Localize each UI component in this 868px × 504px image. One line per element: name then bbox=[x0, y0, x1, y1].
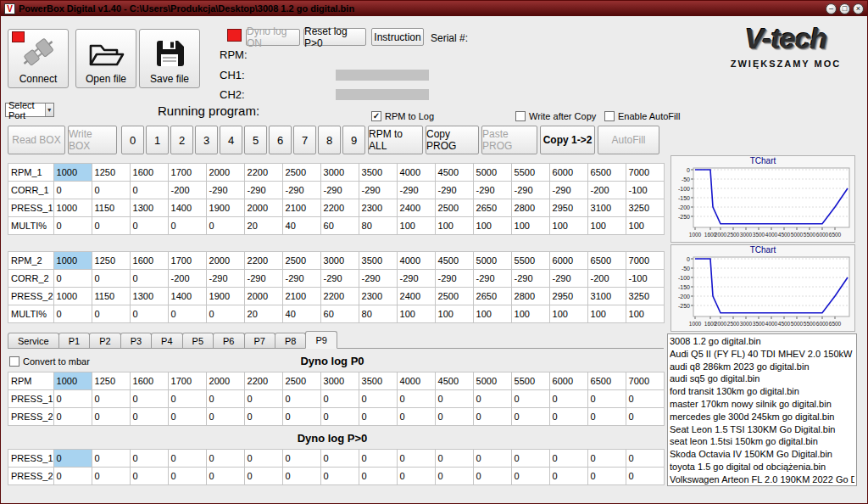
grid-cell[interactable]: 4500 bbox=[435, 372, 473, 390]
grid-cell[interactable]: 0 bbox=[549, 390, 587, 408]
grid-cell[interactable]: 4500 bbox=[435, 252, 473, 270]
grid-cell[interactable]: 2200 bbox=[244, 252, 282, 270]
grid-cell[interactable]: 0 bbox=[53, 408, 92, 426]
grid-cell[interactable]: 2000 bbox=[244, 288, 282, 305]
grid-cell[interactable]: 0 bbox=[53, 182, 92, 199]
grid-cell[interactable]: 100 bbox=[397, 305, 435, 323]
grid-cell[interactable]: 5500 bbox=[511, 252, 549, 270]
rpm-to-log-checkbox[interactable]: ✓ RPM to Log bbox=[371, 111, 434, 121]
tab-p7[interactable]: P7 bbox=[244, 333, 275, 348]
grid-cell[interactable]: 0 bbox=[282, 408, 320, 426]
grid-cell[interactable]: 0 bbox=[168, 217, 206, 235]
grid-cell[interactable]: 2800 bbox=[511, 288, 549, 305]
grid-cell[interactable]: 0 bbox=[473, 390, 511, 408]
grid-cell[interactable]: 0 bbox=[168, 450, 206, 468]
grid-cell[interactable]: 0 bbox=[473, 408, 511, 426]
grid-cell[interactable]: -290 bbox=[244, 270, 282, 288]
grid-cell[interactable]: -290 bbox=[397, 182, 435, 199]
grid-cell[interactable]: 0 bbox=[53, 468, 92, 485]
grid-cell[interactable]: 20 bbox=[244, 305, 282, 323]
tab-service[interactable]: Service bbox=[8, 333, 59, 348]
grid-cell[interactable]: -290 bbox=[549, 270, 587, 288]
grid-cell[interactable]: 5500 bbox=[511, 164, 549, 182]
grid-cell[interactable]: 0 bbox=[206, 305, 244, 323]
grid-cell[interactable]: 0 bbox=[130, 182, 168, 199]
tab-p6[interactable]: P6 bbox=[213, 333, 244, 348]
grid-cell[interactable]: 0 bbox=[92, 408, 130, 426]
grid-cell[interactable]: 2800 bbox=[511, 199, 549, 217]
grid-cell[interactable]: 4000 bbox=[397, 252, 435, 270]
file-list-item[interactable]: ford transit 130km go digital.bin bbox=[670, 385, 854, 398]
grid-cell[interactable]: 3100 bbox=[587, 288, 626, 305]
grid-cell[interactable]: 0 bbox=[626, 450, 664, 468]
grid-cell[interactable]: 0 bbox=[168, 408, 206, 426]
grid-cell[interactable]: 0 bbox=[435, 450, 473, 468]
grid-cell[interactable]: 3250 bbox=[626, 199, 664, 217]
grid-cell[interactable]: 80 bbox=[359, 217, 397, 235]
file-list-item[interactable]: Skoda Octavia IV 150KM Go Digital.bin bbox=[670, 448, 854, 461]
digit-7-button[interactable]: 7 bbox=[293, 126, 316, 154]
select-port-dropdown[interactable]: Select Port ▼ bbox=[5, 103, 54, 117]
grid-cell[interactable]: 5000 bbox=[473, 252, 511, 270]
grid-cell[interactable]: 0 bbox=[435, 408, 473, 426]
grid-cell[interactable]: 2000 bbox=[244, 199, 282, 217]
grid-cell[interactable]: -290 bbox=[320, 270, 359, 288]
grid-cell[interactable]: 0 bbox=[206, 390, 244, 408]
grid-cell[interactable]: 1250 bbox=[92, 372, 130, 390]
grid-cell[interactable]: 0 bbox=[587, 408, 626, 426]
grid-cell[interactable]: 0 bbox=[92, 468, 130, 485]
grid-cell[interactable]: 0 bbox=[626, 468, 664, 485]
file-list-item[interactable]: mercedes gle 300d 245km go digital.bin bbox=[670, 411, 854, 423]
paste-prog-button[interactable]: Paste PROG bbox=[481, 126, 537, 154]
grid-cell[interactable]: 2400 bbox=[397, 199, 435, 217]
grid-cell[interactable]: 1900 bbox=[206, 199, 244, 217]
grid-cell[interactable]: 100 bbox=[397, 217, 435, 235]
grid-cell[interactable]: 3000 bbox=[320, 372, 359, 390]
file-list-item[interactable]: seat leon 1.5tsi 150km go digital.bin bbox=[670, 435, 854, 448]
grid-cell[interactable]: 2000 bbox=[206, 252, 244, 270]
grid-cell[interactable]: 1700 bbox=[168, 372, 206, 390]
digit-0-button[interactable]: 0 bbox=[121, 126, 144, 154]
grid-cell[interactable]: 0 bbox=[168, 468, 206, 485]
grid-cell[interactable]: 0 bbox=[130, 217, 168, 235]
grid-cell[interactable]: 2200 bbox=[244, 372, 282, 390]
grid-cell[interactable]: -290 bbox=[511, 182, 549, 199]
digit-3-button[interactable]: 3 bbox=[195, 126, 218, 154]
grid-cell[interactable]: 2100 bbox=[282, 288, 320, 305]
grid-cell[interactable]: 1250 bbox=[92, 164, 130, 182]
grid-cell[interactable]: 6500 bbox=[587, 252, 626, 270]
digit-9-button[interactable]: 9 bbox=[342, 126, 365, 154]
tab-p8[interactable]: P8 bbox=[275, 333, 306, 348]
write-after-copy-checkbox[interactable]: Write after Copy bbox=[515, 111, 596, 121]
grid-cell[interactable]: 0 bbox=[511, 468, 549, 485]
grid-cell[interactable]: 80 bbox=[359, 305, 397, 323]
grid-cell[interactable]: 100 bbox=[626, 305, 664, 323]
rpm-to-all-button[interactable]: RPM to ALL bbox=[368, 126, 423, 154]
grid-cell[interactable]: -200 bbox=[587, 270, 626, 288]
digit-2-button[interactable]: 2 bbox=[170, 126, 193, 154]
minimize-icon[interactable]: – bbox=[826, 3, 837, 14]
grid-cell[interactable]: 2500 bbox=[282, 164, 320, 182]
grid-cell[interactable]: 0 bbox=[92, 450, 130, 468]
grid-cell[interactable]: 0 bbox=[587, 450, 626, 468]
grid-cell[interactable]: -200 bbox=[168, 270, 206, 288]
grid-cell[interactable]: 0 bbox=[359, 408, 397, 426]
grid-cell[interactable]: 3100 bbox=[587, 199, 626, 217]
grid-cell[interactable]: 100 bbox=[511, 217, 549, 235]
grid-cell[interactable]: 0 bbox=[320, 390, 359, 408]
grid-cell[interactable]: 0 bbox=[511, 408, 549, 426]
digit-6-button[interactable]: 6 bbox=[269, 126, 292, 154]
grid-cell[interactable]: 0 bbox=[320, 450, 359, 468]
instruction-button[interactable]: Instruction bbox=[371, 28, 424, 46]
grid-cell[interactable]: 0 bbox=[244, 408, 282, 426]
grid-cell[interactable]: -290 bbox=[435, 182, 473, 199]
grid-cell[interactable]: 2400 bbox=[397, 288, 435, 305]
open-file-button[interactable]: Open file bbox=[75, 29, 136, 88]
grid-cell[interactable]: 0 bbox=[206, 217, 244, 235]
grid-cell[interactable]: 0 bbox=[473, 468, 511, 485]
file-list-item[interactable]: Audi Q5 II (FY FL) 40 TDI MHEV 2.0 150kW… bbox=[670, 348, 854, 361]
grid-cell[interactable]: 0 bbox=[282, 468, 320, 485]
grid-cell[interactable]: 0 bbox=[244, 390, 282, 408]
file-list-item[interactable]: audi sq5 go digital.bin bbox=[670, 372, 854, 385]
grid-cell[interactable]: 2950 bbox=[549, 288, 587, 305]
